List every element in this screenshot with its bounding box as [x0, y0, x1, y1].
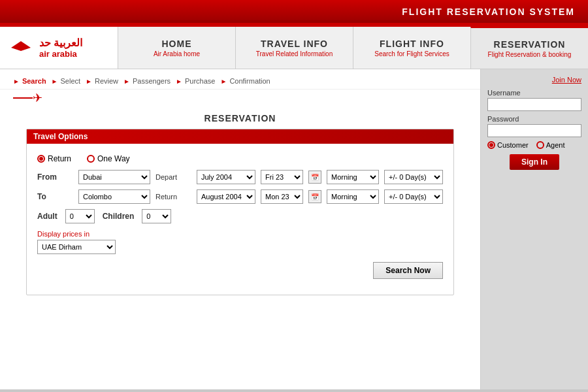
breadcrumb-confirmation[interactable]: ► Confirmation [220, 77, 270, 85]
customer-radio[interactable] [487, 141, 495, 149]
username-field: Username [487, 89, 581, 111]
customer-radio-label[interactable]: Customer [487, 141, 529, 149]
breadcrumb-review[interactable]: ► Review [86, 77, 118, 85]
return-time-select[interactable]: Morning Afternoon Evening [327, 189, 379, 204]
return-day-select[interactable]: Mon 23 Tue 24 Wed 25 [261, 189, 303, 204]
depart-flex-select[interactable]: +/- 0 Day(s) +/- 1 Day(s) +/- 2 Day(s) [384, 170, 443, 184]
from-row: From Dubai Sharjah Abu Dhabi Depart July… [27, 167, 453, 187]
to-label: To [37, 192, 73, 201]
logo-english: air arabia [39, 49, 82, 59]
return-radio[interactable] [37, 155, 45, 163]
tab-home[interactable]: HOME Air Arabia home [118, 27, 235, 69]
from-label: From [37, 172, 73, 182]
trip-type-row: Return One Way [27, 150, 453, 167]
agent-radio[interactable] [536, 141, 544, 149]
reservation-title: RESERVATION [0, 110, 480, 129]
password-label: Password [487, 115, 581, 123]
breadcrumb: ► Search ► Select ► Review ► Passengers … [0, 69, 480, 90]
breadcrumb-select[interactable]: ► Select [52, 77, 80, 85]
from-select[interactable]: Dubai Sharjah Abu Dhabi [78, 170, 150, 184]
main-layout: ► Search ► Select ► Review ► Passengers … [0, 69, 588, 389]
join-now-link[interactable]: Join Now [487, 76, 581, 84]
return-radio-label[interactable]: Return [37, 154, 71, 163]
progress-line [13, 97, 33, 99]
breadcrumb-search[interactable]: ► Search [13, 77, 46, 85]
search-now-button[interactable]: Search Now [373, 262, 443, 279]
tab-reservation[interactable]: RESERVATION Flight Reservation & booking [470, 27, 588, 69]
username-label: Username [487, 89, 581, 97]
to-select[interactable]: Colombo Karachi Mumbai [78, 189, 150, 204]
username-input[interactable] [487, 98, 581, 111]
password-field: Password [487, 115, 581, 137]
depart-calendar-button[interactable]: 📅 [308, 171, 321, 184]
logo-text: العربية حد air arabia [39, 37, 82, 59]
logo-arabic: العربية حد [39, 37, 82, 49]
adult-label: Adult [37, 212, 57, 221]
search-now-area: Search Now [27, 257, 453, 284]
tab-travel-info[interactable]: TRAVEL INFO Travel Related Information [235, 27, 353, 69]
depart-time-select[interactable]: Morning Afternoon Evening [327, 170, 379, 184]
breadcrumb-passengers[interactable]: ► Passengers [123, 77, 171, 85]
plane-progress-icon: ✈ [33, 91, 42, 105]
progress-bar-area: ✈ [0, 90, 480, 110]
top-bar: FLIGHT RESERVATION SYSTEM [0, 0, 588, 23]
sign-in-button[interactable]: Sign In [510, 154, 559, 170]
sidebar: Join Now Username Password Customer Agen… [481, 69, 588, 389]
depart-month-select[interactable]: July 2004 August 2004 September 2004 [197, 170, 255, 184]
return-month-select[interactable]: August 2004 September 2004 October 2004 [197, 189, 255, 204]
adult-select[interactable]: 012345 [65, 209, 95, 223]
return-calendar-button[interactable]: 📅 [308, 190, 321, 203]
password-input[interactable] [487, 124, 581, 137]
content-area: ► Search ► Select ► Review ► Passengers … [0, 69, 481, 389]
currency-section: Display prices in UAE Dirham USD GBP EUR [27, 226, 453, 257]
children-label: Children [103, 212, 135, 221]
nav-bar: العربية حد air arabia HOME Air Arabia ho… [0, 27, 588, 69]
travel-options-box: Travel Options Return One Way From Dubai… [26, 129, 454, 295]
one-way-radio-label[interactable]: One Way [87, 154, 130, 163]
travel-options-header: Travel Options [27, 129, 453, 144]
air-arabia-logo-icon [8, 35, 34, 61]
agent-radio-label[interactable]: Agent [536, 141, 565, 149]
logo-area: العربية حد air arabia [0, 27, 118, 69]
user-type-row: Customer Agent [487, 141, 581, 149]
to-row: To Colombo Karachi Mumbai Return August … [27, 187, 453, 206]
pax-row: Adult 012345 Children 012345 [27, 206, 453, 226]
currency-select[interactable]: UAE Dirham USD GBP EUR [37, 240, 116, 254]
return-flex-select[interactable]: +/- 0 Day(s) +/- 1 Day(s) +/- 2 Day(s) [384, 189, 443, 204]
depart-day-select[interactable]: Fri 23 Sat 24 Sun 25 [261, 170, 303, 184]
breadcrumb-purchase[interactable]: ► Purchase [176, 77, 215, 85]
depart-label: Depart [155, 173, 191, 181]
one-way-radio[interactable] [87, 155, 95, 163]
tab-flight-info[interactable]: FLIGHT INFO Search for Flight Services [353, 27, 470, 69]
return-label: Return [155, 193, 191, 201]
app-title: FLIGHT RESERVATION SYSTEM [402, 7, 575, 17]
children-select[interactable]: 012345 [142, 209, 171, 223]
currency-label: Display prices in [37, 230, 443, 238]
